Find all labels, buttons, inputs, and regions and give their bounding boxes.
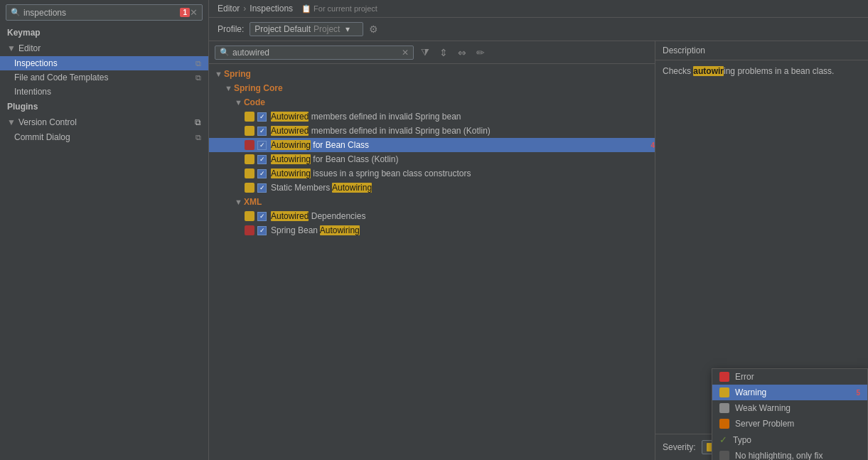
tree-row-autowired-deps[interactable]: ✓ Autowired Dependencies [209,209,655,223]
sev-yellow-3 [245,154,254,164]
highlight-3: Autowiring [271,140,311,150]
checkbox-1[interactable]: ✓ [257,112,267,122]
for-project-label: For current project [314,4,377,13]
tree-row-autowired-2[interactable]: ✓ Autowired members defined in invalid S… [209,124,655,138]
search-badge: 1 [180,8,190,17]
spring-core-arrow-icon: ▼ [225,84,232,92]
profile-sub: Project [314,24,340,34]
breadcrumb: Editor › Inspections 📋 For current proje… [209,0,868,18]
sidebar: 🔍 1 ✕ Keymap ▼ Editor Inspections ⧉ File… [0,0,209,460]
filter-collapse-button[interactable]: ⇔ [455,46,469,60]
highlight-1: Autowired [271,112,309,122]
description-label: Description [655,41,868,60]
sidebar-search-input[interactable] [23,8,177,18]
sidebar-item-keymap[interactable]: Keymap [0,25,208,41]
content-area: 🔍 ✕ ⧩ ⇕ ⇔ ✏ ▼ Spring ▼ Spring [209,41,868,460]
filter-clear-icon[interactable]: ✕ [402,48,409,58]
tree-row-static-members[interactable]: ✓ Static Members Autowiring [209,181,655,195]
sidebar-group-editor[interactable]: ▼ Editor [0,41,208,56]
sidebar-item-intentions[interactable]: Intentions [0,85,208,99]
highlight-5: Autowiring [271,169,311,178]
filter-search-box[interactable]: 🔍 ✕ [215,46,414,60]
no-highlight-color-icon [719,451,729,460]
checkbox-6[interactable]: ✓ [257,183,267,193]
server-problem-color-icon [719,419,729,429]
profile-value: Project Default [254,24,311,34]
profile-label: Profile: [218,24,244,34]
dropdown-item-error[interactable]: Error [712,369,867,385]
tree-label-spring-bean-autowiring: Spring Bean Autowiring [271,225,655,235]
tree-row-xml[interactable]: ▼ XML [209,195,655,209]
checkbox-5[interactable]: ✓ [257,169,267,178]
highlight-2: Autowired [271,126,309,136]
filter-funnel-button[interactable]: ⧩ [418,45,432,60]
breadcrumb-inspections: Inspections [250,4,293,14]
tree-row-spring-core[interactable]: ▼ Spring Core [209,81,655,95]
tree-row-spring[interactable]: ▼ Spring [209,67,655,81]
dropdown-item-weak-warning[interactable]: Weak Warning [712,400,867,416]
tree-label-autowiring-kotlin: Autowiring for Bean Class (Kotlin) [271,154,655,164]
desc-link: autowir [693,66,724,76]
tree-row-spring-bean-autowiring[interactable]: ✓ Spring Bean Autowiring [209,223,655,237]
checkbox-3[interactable]: ✓ [257,141,267,150]
desc-text-after: ing problems in a bean class. [724,66,834,76]
main-panel: Editor › Inspections 📋 For current proje… [209,0,868,460]
tree-row-autowiring-bean-class[interactable]: ✓ Autowiring for Bean Class 4 [209,138,655,152]
sidebar-group-label-vc: Version Control [18,117,77,127]
sev-yellow-1 [245,112,254,122]
spring-arrow-icon: ▼ [215,70,223,78]
tree-label-autowiring-constructors: Autowiring issues in a spring bean class… [271,169,655,178]
sidebar-group-label-editor: Editor [18,43,41,53]
profile-select[interactable]: Project Default Project ▾ [250,22,363,36]
xml-arrow-icon: ▼ [235,198,242,206]
profile-arrow-icon: ▾ [345,24,350,34]
dropdown-label-typo: Typo [733,435,751,445]
sidebar-item-inspections[interactable]: Inspections ⧉ [0,56,208,70]
sidebar-item-commit-dialog[interactable]: Commit Dialog ⧉ [0,130,208,144]
copy-icon-vc: ⧉ [195,117,201,127]
filter-bar: 🔍 ✕ ⧩ ⇕ ⇔ ✏ [209,41,655,64]
profile-bar: Profile: Project Default Project ▾ ⚙ [209,18,868,41]
filter-expand-button[interactable]: ⇕ [436,46,451,60]
tree-label-code: Code [244,97,655,107]
weak-warning-color-icon [719,403,729,413]
checkbox-2[interactable]: ✓ [257,127,267,136]
checkbox-7[interactable]: ✓ [257,212,267,221]
dropdown-label-error: Error [735,372,754,382]
checkbox-8[interactable]: ✓ [257,226,267,235]
sidebar-group-version-control[interactable]: ▼ Version Control ⧉ [0,114,208,130]
tree-row-code[interactable]: ▼ Code [209,95,655,109]
dropdown-label-weak-warning: Weak Warning [735,403,791,413]
desc-highlight: autowir [693,66,724,76]
copy-icon: ⧉ [195,59,201,68]
filter-edit-button[interactable]: ✏ [473,46,488,60]
gear-button[interactable]: ⚙ [369,23,378,35]
description-panel: Description Checks autowiring problems i… [655,41,868,460]
dropdown-item-no-highlighting[interactable]: No highlighting, only fix [712,448,867,460]
highlight-7: Autowired [271,211,309,221]
copy-icon-cd: ⧉ [195,133,201,142]
typo-check-icon: ✓ [719,434,727,445]
checkbox-4[interactable]: ✓ [257,155,267,164]
sev-yellow-6 [245,211,254,221]
dropdown-item-typo[interactable]: ✓ Typo [712,432,867,448]
tree-label-spring: Spring [224,69,655,79]
sev-red-1 [245,140,254,150]
sidebar-item-file-code-templates[interactable]: File and Code Templates ⧉ [0,70,208,85]
severity-dropdown: Error Warning 5 Weak Warning Server Prob… [712,368,868,460]
sev-yellow-4 [245,169,254,178]
sidebar-search-bar[interactable]: 🔍 1 ✕ [6,4,203,21]
clear-search-icon[interactable]: ✕ [190,7,198,18]
sidebar-item-plugins[interactable]: Plugins [0,99,208,114]
dropdown-label-server-problem: Server Problem [735,419,794,429]
tree-row-autowiring-constructors[interactable]: ✓ Autowiring issues in a spring bean cla… [209,166,655,181]
for-current-project[interactable]: 📋 For current project [301,4,380,14]
filter-search-input[interactable] [232,48,402,58]
sidebar-item-label-intentions: Intentions [14,87,51,97]
dropdown-item-warning[interactable]: Warning 5 [712,385,867,400]
highlight-4: Autowiring [271,154,311,164]
tree-row-autowiring-kotlin[interactable]: ✓ Autowiring for Bean Class (Kotlin) [209,152,655,166]
dropdown-item-server-problem[interactable]: Server Problem [712,416,867,432]
tree-row-autowired-1[interactable]: ✓ Autowired members defined in invalid S… [209,109,655,124]
sev-yellow-2 [245,126,254,136]
